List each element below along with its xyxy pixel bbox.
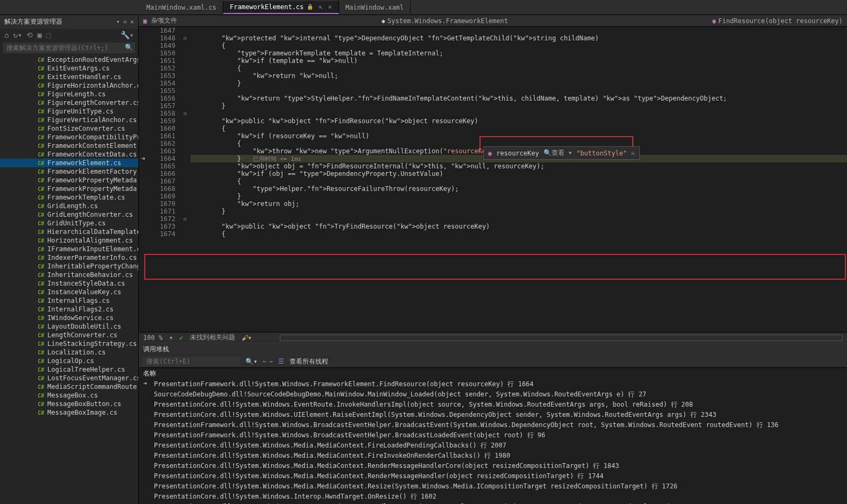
callstack-frame[interactable]: PresentationFramework.dll!System.Windows…: [139, 420, 847, 430]
tree-file-item[interactable]: C#IndexerParameterInfo.cs: [0, 253, 138, 262]
tree-file-item[interactable]: C#FrameworkCompatibilityPre: [0, 133, 138, 141]
tree-file-item[interactable]: C#InternalFlags2.cs: [0, 305, 138, 314]
issues-label[interactable]: 未找到相关问题: [190, 333, 235, 342]
tree-file-item[interactable]: C#LayoutDoubleUtil.cs: [0, 322, 138, 331]
code-line[interactable]: "kw">if (obj == "type">DependencyPropert…: [190, 170, 847, 178]
code-editor[interactable]: ➜ 16471648164916501651165216531654165516…: [139, 27, 847, 332]
code-line[interactable]: [190, 87, 847, 95]
callstack-frame[interactable]: PresentationCore.dll!System.Windows.Even…: [139, 400, 847, 410]
callstack-frame[interactable]: PresentationFramework.dll!System.Windows…: [139, 430, 847, 441]
tree-file-item[interactable]: C#HorizontalAlignment.cs: [0, 236, 138, 245]
refresh-icon[interactable]: ↻▾: [13, 31, 22, 39]
code-line[interactable]: {: [190, 42, 847, 49]
code-line[interactable]: [190, 27, 847, 34]
code-line[interactable]: }: [190, 102, 847, 110]
tree-file-item[interactable]: C#FigureHorizontalAnchor.cs: [0, 81, 138, 90]
tree-file-item[interactable]: C#LogicalTreeHelper.cs: [0, 365, 138, 374]
tree-file-item[interactable]: C#FigureUnitType.cs: [0, 107, 138, 116]
code-line[interactable]: "kw">public "kw">object "fn">TryFindReso…: [190, 223, 847, 230]
code-line[interactable]: }: [190, 208, 847, 215]
tree-file-item[interactable]: C#FrameworkPropertyMetada: [0, 184, 138, 193]
sync-icon[interactable]: ⟲: [26, 31, 33, 39]
tree-file-item[interactable]: C#FigureLengthConverter.cs: [0, 98, 138, 107]
close-icon[interactable]: ×: [328, 3, 332, 11]
tree-file-item[interactable]: C#GridLengthConverter.cs: [0, 210, 138, 219]
tree-file-item[interactable]: C#ExceptionRoutedEventArgs.c: [0, 55, 138, 64]
tree-file-item[interactable]: C#ExitEventArgs.cs: [0, 64, 138, 73]
tree-file-item[interactable]: C#LengthConverter.cs: [0, 331, 138, 339]
callstack-frame[interactable]: PresentationCore.dll!System.Windows.Medi…: [139, 441, 847, 451]
code-line[interactable]: {: [190, 230, 847, 238]
view-all-threads[interactable]: 查看所有线程: [290, 357, 328, 366]
code-line[interactable]: "kw">object obj = "fn">FindResourceInter…: [190, 162, 847, 170]
breadcrumb-file[interactable]: 杂项文件: [151, 16, 177, 25]
callstack-frame[interactable]: PresentationCore.dll!System.Windows.Inte…: [139, 502, 847, 504]
tree-file-item[interactable]: C#HierarchicalDataTemplate.c: [0, 228, 138, 236]
code-line[interactable]: }: [190, 193, 847, 200]
tab-mainwindow-cs[interactable]: MainWindow.xaml.cs: [140, 2, 223, 13]
code-line[interactable]: {: [190, 178, 847, 185]
code-line[interactable]: "type">FrameworkTemplate template = Temp…: [190, 49, 847, 57]
tree-file-item[interactable]: C#FrameworkTemplate.cs: [0, 193, 138, 202]
tree-file-item[interactable]: C#FrameworkContentElement.c: [0, 141, 138, 150]
showall-icon[interactable]: ▣: [37, 31, 41, 39]
column-header-name[interactable]: 名称: [139, 368, 847, 379]
code-line[interactable]: "kw">if (resourceKey == "kw">null): [190, 132, 847, 140]
tree-file-item[interactable]: C#InstanceStyleData.cs: [0, 279, 138, 288]
pin-icon[interactable]: ⇱: [631, 150, 635, 157]
home-icon[interactable]: ⌂: [4, 31, 9, 39]
tree-file-item[interactable]: C#FontSizeConverter.cs: [0, 124, 138, 133]
code-line[interactable]: "kw">return obj;: [190, 200, 847, 208]
code-line[interactable]: [190, 110, 847, 117]
back-icon[interactable]: ←: [263, 358, 266, 365]
code-line[interactable]: "kw">public "kw">object "fn">FindResourc…: [190, 117, 847, 125]
tree-file-item[interactable]: C#LogicalOp.cs: [0, 357, 138, 365]
debug-datatip[interactable]: ◉ resourceKey 🔍查看 ▾ "buttonStyle" ⇱: [483, 146, 640, 160]
code-line[interactable]: "type">Helper."fn">ResourceFailureThrow(…: [190, 185, 847, 193]
forward-icon[interactable]: →: [269, 358, 272, 365]
search-icon[interactable]: 🔍▾: [245, 358, 257, 365]
tree-file-item[interactable]: C#FrameworkPropertyMetada: [0, 176, 138, 184]
callstack-search[interactable]: [143, 357, 240, 366]
tree-file-item[interactable]: C#InstanceValueKey.cs: [0, 288, 138, 296]
zoom-level[interactable]: 100 %: [143, 334, 163, 342]
tree-file-item[interactable]: C#MessageBoxImage.cs: [0, 408, 138, 417]
code-line[interactable]: {: [190, 125, 847, 132]
tree-file-item[interactable]: C#FrameworkElementFactory.c: [0, 167, 138, 176]
tab-mainwindow-xaml[interactable]: MainWindow.xaml: [339, 2, 411, 13]
code-line[interactable]: }: [190, 80, 847, 87]
tree-file-item[interactable]: C#InheritablePropertyChangeI: [0, 262, 138, 271]
tree-file-item[interactable]: C#FigureVerticalAnchor.cs: [0, 116, 138, 124]
tree-file-item[interactable]: C#IWindowService.cs: [0, 314, 138, 322]
code-line[interactable]: "kw">protected "kw">internal "type">Depe…: [190, 34, 847, 42]
breadcrumb-class[interactable]: ◆ System.Windows.FrameworkElement: [382, 17, 508, 25]
tree-file-item[interactable]: C#GridLength.cs: [0, 202, 138, 210]
pin-icon[interactable]: ⇱: [319, 3, 322, 11]
callstack-frame[interactable]: PresentationCore.dll!System.Windows.Medi…: [139, 481, 847, 492]
callstack-frame[interactable]: SourceCodeDebugDemo.dll!SourceCodeDebugD…: [139, 389, 847, 400]
tree-file-item[interactable]: C#IFrameworkInputElement.cs: [0, 245, 138, 253]
tree-file-item[interactable]: C#Localization.cs: [0, 348, 138, 357]
tree-file-item[interactable]: C#ExitEventHandler.cs: [0, 73, 138, 81]
search-icon[interactable]: 🔍: [125, 44, 133, 51]
breadcrumb-member[interactable]: ◉ FindResource(object resourceKey): [712, 17, 843, 25]
callstack-frame[interactable]: PresentationCore.dll!System.Windows.UIEl…: [139, 410, 847, 420]
h-scrollbar[interactable]: [280, 335, 843, 341]
code-line[interactable]: "kw">return "type">StyleHelper."fn">Find…: [190, 95, 847, 102]
wrench-icon[interactable]: 🔧▾: [121, 31, 134, 39]
code-line[interactable]: "kw">return "kw">null;: [190, 72, 847, 80]
code-line[interactable]: {: [190, 65, 847, 72]
callstack-list[interactable]: ➜PresentationFramework.dll!System.Window…: [139, 379, 847, 504]
tree-file-item[interactable]: C#FrameworkContextData.cs: [0, 150, 138, 159]
callstack-frame[interactable]: ➜PresentationFramework.dll!System.Window…: [139, 379, 847, 389]
code-line[interactable]: [190, 215, 847, 223]
tree-file-item[interactable]: C#InheritanceBehavior.cs: [0, 271, 138, 279]
tree-file-item[interactable]: C#MessageBox.cs: [0, 391, 138, 400]
callstack-frame[interactable]: PresentationCore.dll!System.Windows.Inte…: [139, 492, 847, 502]
file-tree[interactable]: C#ExceptionRoutedEventArgs.cC#ExitEventA…: [0, 54, 138, 504]
window-controls[interactable]: ▾ ▫ ✕: [116, 18, 134, 25]
tree-file-item[interactable]: C#LostFocusEventManager.cs: [0, 374, 138, 382]
properties-icon[interactable]: ⬚: [46, 31, 51, 39]
brush-icon[interactable]: 🖌▾: [242, 334, 252, 342]
code-line[interactable]: "kw">if (template == "kw">null): [190, 57, 847, 65]
